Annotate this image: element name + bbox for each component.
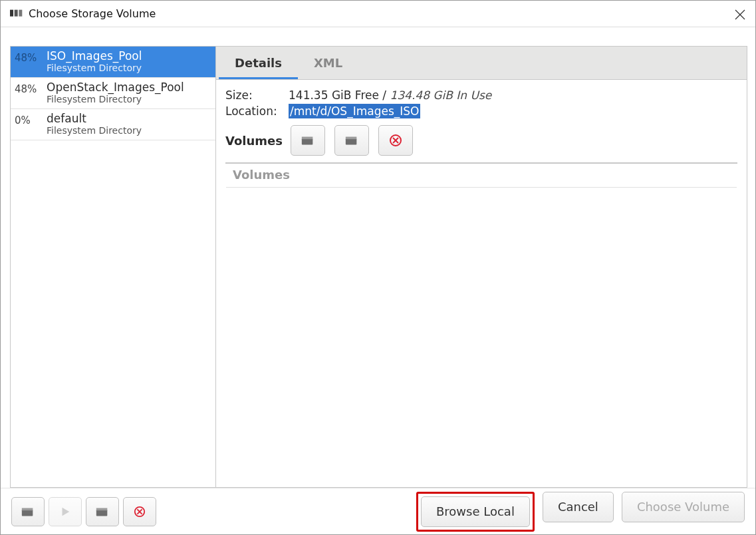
pool-name: ISO_Images_Pool xyxy=(47,49,211,63)
svg-rect-5 xyxy=(302,138,313,144)
choose-volume-button[interactable]: Choose Volume xyxy=(622,492,745,522)
add-pool-button[interactable] xyxy=(11,497,45,526)
location-label: Location: xyxy=(225,104,289,118)
tab-xml[interactable]: XML xyxy=(298,48,358,79)
start-pool-button[interactable] xyxy=(49,497,82,526)
pool-name: OpenStack_Images_Pool xyxy=(47,81,211,94)
detail-tabs: Details XML xyxy=(216,47,747,80)
svg-marker-14 xyxy=(63,507,70,516)
location-value: /mnt/d/OS_Images_ISO xyxy=(289,104,420,118)
pool-type: Filesystem Directory xyxy=(47,63,211,73)
svg-rect-13 xyxy=(22,508,33,510)
cancel-button[interactable]: Cancel xyxy=(543,492,614,522)
delete-volume-button[interactable] xyxy=(378,125,413,156)
refresh-volume-button[interactable] xyxy=(334,125,369,156)
delete-pool-button[interactable] xyxy=(123,497,156,526)
pool-type: Filesystem Directory xyxy=(47,94,211,104)
pool-item-default[interactable]: 0% default Filesystem Directory xyxy=(11,109,215,140)
window-close-button[interactable] xyxy=(733,7,747,22)
pool-name: default xyxy=(47,112,211,125)
svg-rect-0 xyxy=(10,10,13,17)
svg-rect-7 xyxy=(346,138,357,144)
svg-rect-15 xyxy=(96,510,108,516)
new-volume-button[interactable] xyxy=(291,125,325,156)
volume-list-header: Volumes xyxy=(226,163,737,188)
svg-rect-12 xyxy=(22,510,33,516)
pool-type: Filesystem Directory xyxy=(47,125,211,136)
volume-list[interactable]: Volumes xyxy=(225,162,737,164)
browse-local-button[interactable]: Browse Local xyxy=(421,496,530,527)
svg-rect-2 xyxy=(19,10,22,17)
svg-rect-16 xyxy=(96,508,108,510)
size-used: 134.48 GiB In Use xyxy=(390,89,491,102)
size-label: Size: xyxy=(225,89,289,102)
svg-rect-6 xyxy=(302,137,313,140)
window-title: Choose Storage Volume xyxy=(29,7,156,20)
pool-usage-percent: 48% xyxy=(15,49,43,64)
size-free: 141.35 GiB Free xyxy=(289,89,379,102)
pool-item-openstack[interactable]: 48% OpenStack_Images_Pool Filesystem Dir… xyxy=(11,78,215,109)
svg-rect-8 xyxy=(346,137,357,140)
pool-item-iso-images[interactable]: 48% ISO_Images_Pool Filesystem Directory xyxy=(11,47,215,78)
stop-pool-button[interactable] xyxy=(86,497,119,526)
svg-rect-1 xyxy=(15,10,18,17)
pool-usage-percent: 48% xyxy=(15,81,43,95)
size-sep: / xyxy=(382,89,390,102)
pool-usage-percent: 0% xyxy=(15,112,43,126)
tab-details[interactable]: Details xyxy=(219,48,298,79)
app-virt-manager-icon xyxy=(10,9,23,19)
volumes-label: Volumes xyxy=(225,134,283,148)
storage-pool-list[interactable]: 48% ISO_Images_Pool Filesystem Directory… xyxy=(10,46,216,488)
annotation-highlight: Browse Local xyxy=(416,492,535,532)
